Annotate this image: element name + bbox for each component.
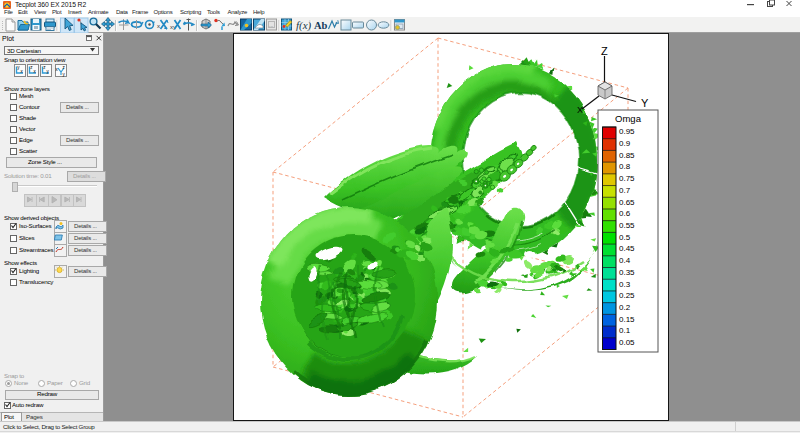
svg-text:0.7: 0.7 [619, 186, 631, 195]
svg-text:0.8: 0.8 [619, 162, 631, 171]
svg-text:0.05: 0.05 [619, 338, 635, 347]
svg-text:y: y [47, 69, 50, 74]
svg-text:z: z [63, 65, 66, 70]
svg-text:...: ... [269, 22, 273, 28]
svg-text:x: x [21, 69, 24, 74]
svg-text:0.45: 0.45 [619, 244, 635, 253]
svg-text:x: x [34, 69, 37, 74]
svg-text:0.2: 0.2 [619, 303, 631, 312]
svg-text:0.5: 0.5 [619, 233, 631, 242]
svg-text:Y: Y [641, 97, 649, 109]
svg-text:0.15: 0.15 [619, 315, 635, 324]
svg-text:Ab: Ab [314, 20, 328, 31]
svg-text:Z: Z [601, 45, 608, 57]
svg-text:0.1: 0.1 [619, 326, 631, 335]
svg-text:0.75: 0.75 [619, 174, 635, 183]
svg-text:0.3: 0.3 [619, 280, 631, 289]
svg-text:0.85: 0.85 [619, 151, 635, 160]
svg-text:X: X [577, 105, 583, 115]
svg-text:0.55: 0.55 [619, 221, 635, 230]
svg-text:x: x [157, 23, 160, 29]
svg-text:0.4: 0.4 [619, 256, 631, 265]
svg-text:0.6: 0.6 [619, 209, 631, 218]
svg-text:f(x): f(x) [296, 19, 312, 32]
svg-text:0.65: 0.65 [619, 198, 635, 207]
svg-text:y: y [63, 72, 66, 77]
svg-text:0.95: 0.95 [619, 127, 635, 136]
svg-text:x: x [56, 67, 59, 72]
svg-text:Omga: Omga [615, 113, 642, 124]
svg-text:0.25: 0.25 [619, 291, 635, 300]
svg-text:0.35: 0.35 [619, 268, 635, 277]
svg-text:0.9: 0.9 [619, 139, 631, 148]
